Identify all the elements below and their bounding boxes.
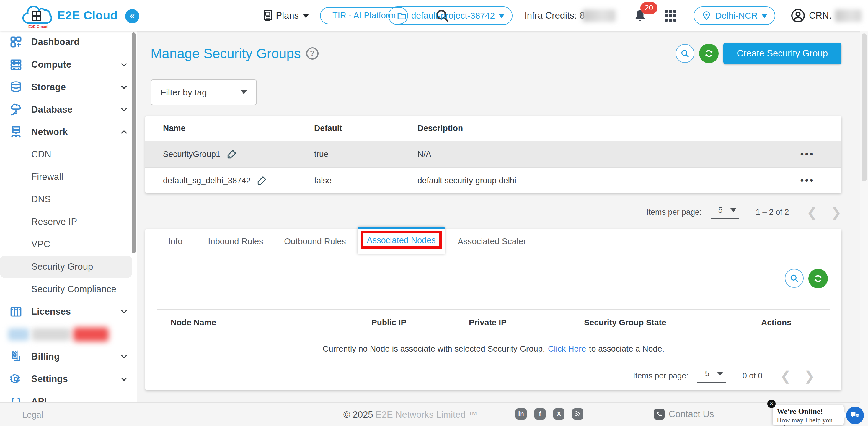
select-caret-icon [731,208,736,212]
legal-link[interactable]: Legal [22,410,43,420]
row-actions-menu[interactable]: ••• [800,175,815,186]
chevron-down-icon [119,60,129,70]
pagination-range: 0 of 0 [743,371,763,380]
brand-name: E2E Cloud [57,9,118,22]
nodes-refresh-button[interactable] [808,269,828,288]
next-page-button[interactable]: ❯ [804,370,815,382]
plans-icon [262,9,274,22]
column-header-private-ip: Private IP [456,318,571,327]
group-default: true [314,149,417,159]
chat-launcher-button[interactable] [846,406,864,424]
create-security-group-button[interactable]: Create Security Group [723,43,841,64]
sidebar-item-vpc[interactable]: VPC [0,233,137,256]
security-groups-table: Name Default Description SecurityGroup1 … [145,116,841,193]
tab-associated-nodes[interactable]: Associated Nodes [358,227,445,254]
table-header-row: Name Default Description [145,116,841,141]
redacted-blur [32,328,70,341]
items-per-page-select[interactable]: 5 [698,369,726,382]
sidebar-item-security-group[interactable]: Security Group [0,256,132,278]
chevron-up-icon [119,127,129,137]
table-row[interactable]: default_sg_delhi_38742 false default sec… [145,167,841,193]
search-button[interactable] [676,44,694,63]
region-selector[interactable]: Delhi-NCR [693,6,775,25]
logo-subtext: E2E Cloud [28,25,48,29]
account-menu[interactable]: CRN. [790,8,862,23]
chevron-down-icon [119,374,129,384]
sidebar-item-network[interactable]: Network [0,121,137,143]
notification-count-badge: 20 [640,2,657,14]
sidebar-item-cdn[interactable]: CDN [0,143,137,166]
row-actions-menu[interactable]: ••• [800,149,815,160]
refresh-button[interactable] [699,44,719,63]
copyright: © 2025 E2E Networks Limited ™ [343,409,477,420]
sidebar-item-redacted[interactable] [8,325,137,344]
sidebar-item-dashboard[interactable]: Dashboard [0,31,137,54]
sidebar-item-database[interactable]: Database [0,98,137,121]
billing-icon: $ [8,350,24,363]
storage-icon [8,81,24,94]
sidebar-item-reserve-ip[interactable]: Reserve IP [0,210,137,233]
tab-outbound-rules[interactable]: Outbound Rules [277,229,353,254]
pagination-range: 1 – 2 of 2 [756,208,789,217]
apps-grid-icon[interactable] [664,10,676,22]
previous-page-button[interactable]: ❮ [807,206,817,219]
associated-nodes-table: Node Name Public IP Private IP Security … [157,309,830,362]
column-header-default: Default [314,123,417,133]
group-details-panel: Info Inbound Rules Outbound Rules Associ… [145,229,841,390]
tab-inbound-rules[interactable]: Inbound Rules [199,229,273,254]
contact-us-link[interactable]: Contact Us [654,409,714,420]
chat-close-button[interactable]: ✕ [767,400,776,408]
nodes-search-button[interactable] [785,269,804,288]
sidebar-item-compute[interactable]: Compute [0,54,137,76]
rss-icon[interactable] [572,408,583,420]
nodes-table-header-row: Node Name Public IP Private IP Security … [157,310,830,336]
chat-tooltip: We're Online! How may I help you today? [773,405,844,425]
main-content: Manage Security Groups ? Create Security… [137,31,860,402]
plans-menu[interactable]: Plans [262,9,309,22]
plans-caret-icon [303,14,309,18]
footer: Legal © 2025 E2E Networks Limited ™ in f… [0,402,868,426]
facebook-icon[interactable]: f [534,408,546,420]
sidebar-item-dns[interactable]: DNS [0,188,137,210]
x-twitter-icon[interactable]: X [553,408,564,420]
sidebar-item-settings[interactable]: Settings [0,368,137,390]
click-here-link[interactable]: Click Here [548,344,586,353]
sidebar-item-billing[interactable]: $ Billing [0,345,137,368]
notifications-button[interactable]: 20 [633,8,649,23]
select-caret-icon [717,372,723,376]
tab-associated-scaler[interactable]: Associated Scaler [449,229,535,254]
sidebar-scrollbar[interactable] [132,32,135,253]
logo[interactable]: E2E Cloud E2E Cloud [21,4,118,28]
chevron-down-icon [119,105,129,115]
project-caret-icon [499,15,504,18]
linkedin-icon[interactable]: in [516,408,527,420]
crn-redacted [835,9,862,22]
sidebar-item-storage[interactable]: Storage [0,76,137,98]
edit-icon[interactable] [226,149,237,160]
nodes-pagination: Items per page: 5 0 of 0 ❮ ❯ [145,369,815,382]
sidebar-item-licenses[interactable]: Licenses [0,301,137,323]
project-selector[interactable]: default-project-38742 [388,6,513,25]
plans-label: Plans [276,10,299,21]
licenses-icon [8,305,24,318]
edit-icon[interactable] [256,175,267,186]
sidebar-item-security-compliance[interactable]: Security Compliance [0,278,137,301]
previous-page-button[interactable]: ❮ [780,370,791,382]
tab-info[interactable]: Info [156,229,194,254]
region-caret-icon [762,15,767,18]
infra-credits: Infra Credits: 8 [524,9,616,22]
sidebar-item-firewall[interactable]: Firewall [0,166,137,188]
empty-state-message: Currently no Node is associate with sele… [157,336,830,362]
infra-credits-redacted [583,9,616,22]
column-header-description: Description [417,123,774,133]
filter-by-tag-dropdown[interactable]: Filter by tag [151,80,257,105]
tab-bar: Info Inbound Rules Outbound Rules Associ… [145,229,841,254]
page-scrollbar[interactable] [860,31,868,426]
table-row[interactable]: SecurityGroup1 true N/A ••• [145,141,841,167]
items-per-page-select[interactable]: 5 [711,206,739,219]
chevron-down-icon [119,82,129,92]
help-icon[interactable]: ? [306,47,318,60]
sidebar-collapse-button[interactable]: « [125,9,140,23]
compute-icon [8,58,24,71]
next-page-button[interactable]: ❯ [831,206,841,219]
